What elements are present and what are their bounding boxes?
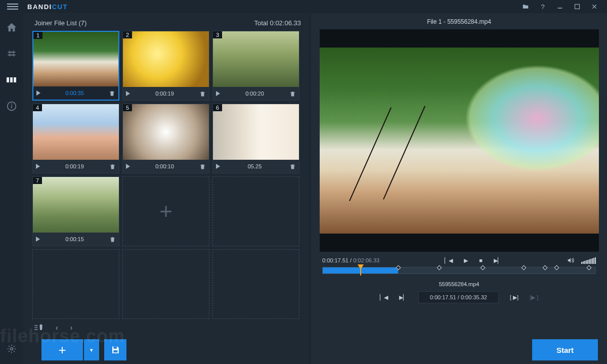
watermark: filehorse.com (0, 326, 125, 347)
svg-rect-4 (14, 77, 16, 82)
clip-duration: 0:00:35 (44, 90, 106, 96)
svg-rect-1 (575, 5, 580, 9)
play-button[interactable]: ▶ (464, 257, 468, 264)
clip-play-button[interactable] (126, 164, 130, 169)
seg-prev-button[interactable]: ▏◀ (380, 294, 388, 301)
clip-item[interactable]: 50:00:10 (122, 104, 209, 173)
svg-rect-10 (113, 350, 117, 353)
clip-item[interactable]: 30:00:20 (212, 31, 299, 101)
stop-button[interactable]: ■ (479, 257, 483, 263)
clip-index: 3 (213, 31, 222, 38)
volume-icon[interactable] (567, 257, 574, 264)
joiner-panel: Joiner File List (7) Total 0:02:06.33 10… (23, 13, 309, 364)
svg-rect-3 (10, 77, 13, 82)
clip-play-button[interactable] (216, 164, 220, 169)
clip-item[interactable]: 70:00:15 (32, 176, 119, 246)
prev-clip-button[interactable]: ▏◀ (445, 257, 453, 264)
clip-duration: 0:00:19 (43, 163, 106, 169)
close-button[interactable] (586, 0, 603, 13)
help-button[interactable]: ? (534, 0, 551, 13)
mark-out-button[interactable]: [▶ ] (530, 294, 538, 301)
clip-delete-button[interactable] (109, 90, 115, 97)
preview-image (320, 48, 599, 234)
nav-cut[interactable] (5, 47, 19, 61)
clip-delete-button[interactable] (109, 236, 116, 243)
timeline[interactable] (322, 267, 596, 274)
svg-point-8 (11, 348, 13, 350)
clip-index: 5 (123, 104, 132, 111)
preview-viewport (320, 29, 599, 252)
clip-play-button[interactable] (36, 237, 40, 242)
clip-duration: 0:00:20 (223, 90, 286, 97)
clip-play-button[interactable] (216, 91, 220, 96)
clip-item[interactable]: 40:00:19 (32, 104, 119, 173)
minimize-button[interactable] (551, 0, 569, 13)
clip-duration: 0:00:15 (43, 236, 106, 242)
next-clip-button[interactable]: ▶▏ (494, 257, 502, 264)
svg-point-6 (11, 104, 12, 105)
clip-duration: 0:00:10 (133, 163, 196, 169)
volume-slider[interactable] (581, 257, 596, 264)
menu-button[interactable] (7, 2, 18, 11)
svg-rect-7 (11, 105, 12, 108)
clip-index: 6 (213, 104, 222, 111)
start-button[interactable]: Start (532, 339, 598, 360)
playhead[interactable] (358, 264, 364, 269)
clip-play-button[interactable] (36, 90, 40, 96)
clip-delete-button[interactable] (199, 90, 206, 97)
preview-panel: File 1 - 559556284.mp4 0:00:17.51 / 0:02… (311, 13, 607, 364)
nav-info[interactable] (5, 99, 19, 113)
clip-delete-button[interactable] (199, 163, 206, 170)
preview-title: File 1 - 559556284.mp4 (311, 13, 607, 29)
clip-index: 7 (33, 177, 42, 184)
clip-item[interactable]: 20:00:19 (122, 31, 209, 101)
list-title: Joiner File List (7) (34, 19, 86, 27)
clip-play-button[interactable] (126, 91, 130, 96)
playhead-time: 0:00:17.51 / 0:02:06.33 (322, 257, 379, 263)
mark-in-button[interactable]: [ ▶] (510, 294, 518, 301)
open-file-button[interactable] (517, 0, 534, 13)
empty-slot (212, 176, 299, 246)
clip-index: 1 (33, 32, 42, 39)
clip-index: 4 (33, 104, 42, 111)
empty-slot (212, 249, 299, 319)
current-clip-name: 559556284.mp4 (311, 274, 607, 290)
clip-item[interactable]: 10:00:35 (32, 31, 119, 101)
segment-time: 0:00:17.51 / 0:00:35.32 (418, 291, 499, 303)
list-total: Total 0:02:06.33 (254, 19, 301, 27)
maximize-button[interactable] (569, 0, 586, 13)
clip-duration: 05.25 (223, 163, 286, 169)
clip-delete-button[interactable] (109, 163, 116, 170)
add-slot[interactable]: + (122, 176, 209, 246)
svg-rect-2 (7, 77, 9, 82)
app-logo: BANDICUT (27, 3, 68, 11)
seg-next-button[interactable]: ▶▏ (399, 294, 407, 301)
clip-play-button[interactable] (36, 164, 40, 169)
titlebar: BANDICUT ? (0, 0, 607, 13)
clip-delete-button[interactable] (289, 163, 296, 170)
clip-delete-button[interactable] (289, 90, 296, 97)
clip-index: 2 (123, 31, 132, 38)
nav-join[interactable] (5, 73, 19, 87)
svg-rect-0 (558, 8, 562, 9)
empty-slot (122, 249, 209, 319)
clip-item[interactable]: 605.25 (212, 104, 299, 173)
empty-slot (32, 249, 119, 319)
sidebar (0, 13, 23, 364)
nav-home[interactable] (5, 20, 19, 34)
clip-duration: 0:00:19 (133, 90, 196, 97)
